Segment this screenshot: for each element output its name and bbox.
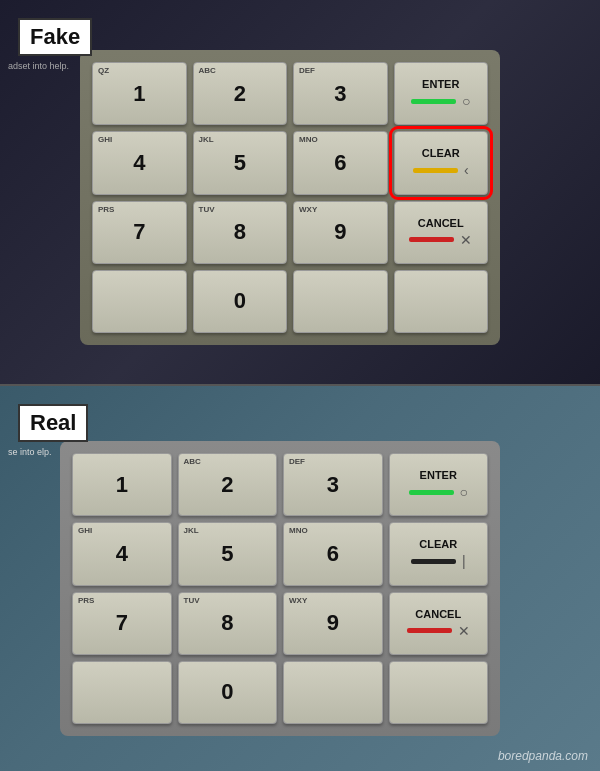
side-text-top: adset into help. xyxy=(8,60,73,73)
real-section: Real se into elp. 1 ABC 2 DEF 3 xyxy=(0,386,600,771)
key-4[interactable]: GHI 4 xyxy=(92,131,187,194)
watermark: boredpanda.com xyxy=(498,749,588,763)
key-2[interactable]: ABC 2 xyxy=(193,62,288,125)
key-1-real[interactable]: 1 xyxy=(72,453,172,516)
fake-section: Fake adset into help. QZ 1 ABC 2 DEF 3 xyxy=(0,0,600,384)
fake-keypad: QZ 1 ABC 2 DEF 3 ENTER ○ xyxy=(80,50,500,345)
real-label: Real xyxy=(18,404,88,442)
key-5[interactable]: JKL 5 xyxy=(193,131,288,194)
key-6-real[interactable]: MNO 6 xyxy=(283,522,383,585)
key-empty-func-real[interactable] xyxy=(389,661,489,724)
key-cancel-fake[interactable]: CANCEL ✕ xyxy=(394,201,489,264)
key-4-real[interactable]: GHI 4 xyxy=(72,522,172,585)
key-empty-right-real[interactable] xyxy=(283,661,383,724)
key-clear-real[interactable]: CLEAR | xyxy=(389,522,489,585)
key-empty-right[interactable] xyxy=(293,270,388,333)
key-7[interactable]: PRS 7 xyxy=(92,201,187,264)
key-2-real[interactable]: ABC 2 xyxy=(178,453,278,516)
key-1[interactable]: QZ 1 xyxy=(92,62,187,125)
main-container: Fake adset into help. QZ 1 ABC 2 DEF 3 xyxy=(0,0,600,771)
key-9[interactable]: WXY 9 xyxy=(293,201,388,264)
key-empty-left[interactable] xyxy=(92,270,187,333)
key-3-real[interactable]: DEF 3 xyxy=(283,453,383,516)
key-enter-real[interactable]: ENTER ○ xyxy=(389,453,489,516)
key-0-real[interactable]: 0 xyxy=(178,661,278,724)
key-6[interactable]: MNO 6 xyxy=(293,131,388,194)
key-7-real[interactable]: PRS 7 xyxy=(72,592,172,655)
key-0-fake[interactable]: 0 xyxy=(193,270,288,333)
key-5-real[interactable]: JKL 5 xyxy=(178,522,278,585)
key-cancel-real[interactable]: CANCEL ✕ xyxy=(389,592,489,655)
key-enter-fake[interactable]: ENTER ○ xyxy=(394,62,489,125)
key-clear-fake[interactable]: CLEAR ‹ xyxy=(394,131,489,194)
key-empty-left-real[interactable] xyxy=(72,661,172,724)
key-9-real[interactable]: WXY 9 xyxy=(283,592,383,655)
key-8[interactable]: TUV 8 xyxy=(193,201,288,264)
fake-label: Fake xyxy=(18,18,92,56)
key-3[interactable]: DEF 3 xyxy=(293,62,388,125)
key-empty-func[interactable] xyxy=(394,270,489,333)
real-keypad: 1 ABC 2 DEF 3 ENTER ○ xyxy=(60,441,500,736)
key-8-real[interactable]: TUV 8 xyxy=(178,592,278,655)
